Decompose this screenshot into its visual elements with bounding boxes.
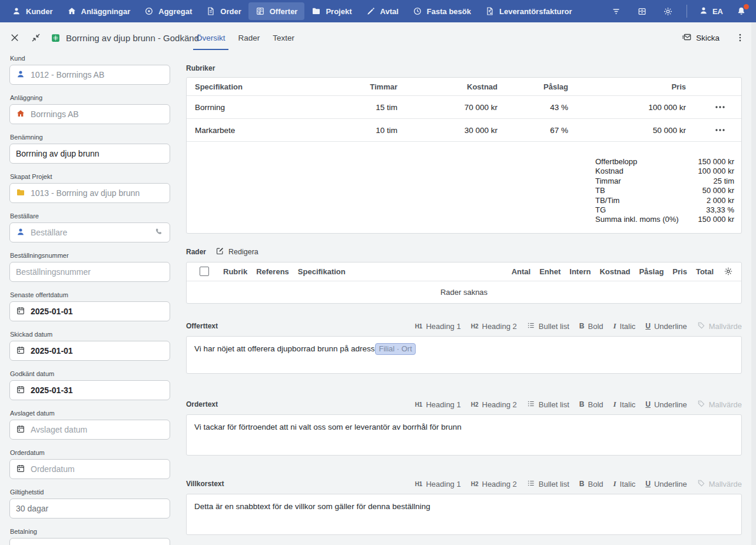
avslaget-datum-input[interactable]: Avslaget datum xyxy=(9,420,170,440)
rader-section-header: Rader Redigera xyxy=(186,247,742,257)
send-button[interactable]: Skicka xyxy=(678,29,723,46)
heading2-button[interactable]: H2Heading 2 xyxy=(471,322,517,331)
notifications-bell-icon[interactable] xyxy=(732,2,750,20)
tab-oversikt[interactable]: Översikt xyxy=(190,22,232,53)
person-icon xyxy=(16,69,25,81)
nav-item-offerter[interactable]: Offerter xyxy=(248,2,305,20)
italic-button[interactable]: IItalic xyxy=(614,321,636,331)
vertical-scrollbar[interactable] xyxy=(751,22,756,545)
benamning-input[interactable]: Borrning av djup brunn xyxy=(9,144,170,164)
rubriker-section-label: Rubriker xyxy=(186,64,742,72)
senaste-offertdatum-input[interactable]: 2025-01-01 xyxy=(9,301,170,321)
rader-section-label: Rader xyxy=(186,248,206,256)
bullet-list-button[interactable]: Bullet list xyxy=(527,479,569,489)
nav-item-label: Order xyxy=(220,7,241,16)
settings-gear-icon[interactable] xyxy=(658,2,678,20)
field-benamning: Benämning Borrning av djup brunn xyxy=(9,134,170,164)
column-settings-gear-icon[interactable] xyxy=(722,265,734,277)
title-bar: Borrning av djup brunn - Godkänd Översik… xyxy=(0,22,756,53)
godkant-datum-input[interactable]: 2025-01-31 xyxy=(9,380,170,400)
mallvarde-button[interactable]: Mallvärde xyxy=(697,400,742,410)
row-menu-icon[interactable] xyxy=(712,101,728,114)
rubriker-header-row: Specifikation Timmar Kostnad Påslag Pris xyxy=(187,78,741,96)
nav-item-order[interactable]: Order xyxy=(199,2,248,20)
more-menu-icon[interactable] xyxy=(732,30,748,45)
field-orderdatum: Orderdatum Orderdatum xyxy=(9,449,170,479)
nav-item-kunder[interactable]: Kunder xyxy=(5,2,60,20)
mallvarde-button[interactable]: Mallvärde xyxy=(697,321,742,331)
nav-item-anlaggningar[interactable]: Anläggningar xyxy=(60,2,138,20)
row-menu-icon[interactable] xyxy=(712,124,728,137)
field-skapat-projekt: Skapat Projekt 1013 - Borrning av djup b… xyxy=(9,173,170,203)
villkorstext-editor[interactable]: Detta är en snabbtext för de villkor som… xyxy=(186,494,742,535)
home-icon xyxy=(67,6,77,16)
table-row[interactable]: Markarbete 10 tim 30 000 kr 67 % 50 000 … xyxy=(187,119,741,142)
nav-item-projekt[interactable]: Projekt xyxy=(304,2,359,20)
nav-item-label: Aggregat xyxy=(158,7,192,16)
heading1-button[interactable]: H1Heading 1 xyxy=(415,400,461,409)
nav-item-avtal[interactable]: Avtal xyxy=(359,2,406,20)
tab-texter[interactable]: Texter xyxy=(266,22,301,53)
top-nav: Kunder Anläggningar Aggregat Order Offer… xyxy=(0,0,756,22)
bullet-list-button[interactable]: Bullet list xyxy=(527,400,569,410)
phone-icon[interactable] xyxy=(154,227,164,238)
italic-button[interactable]: IItalic xyxy=(614,400,636,409)
offerttext-editor[interactable]: Vi har nöjet att offerera djupborrad bru… xyxy=(186,336,742,374)
tab-rader[interactable]: Rader xyxy=(232,22,267,53)
giltighetstid-input[interactable]: 30 dagar xyxy=(9,499,170,519)
summary-line: Timmar25 tim xyxy=(595,177,734,186)
select-all-checkbox[interactable] xyxy=(200,267,209,276)
summary-line: TG33,33 % xyxy=(595,205,734,215)
editor-toolbar: H1Heading 1 H2Heading 2 Bullet list BBol… xyxy=(415,479,742,489)
table-row[interactable]: Borrning 15 tim 70 000 kr 43 % 100 000 k… xyxy=(187,96,741,119)
nav-item-label: Leverantörsfakturor xyxy=(499,7,572,16)
bold-button[interactable]: BBold xyxy=(579,400,604,409)
user-menu[interactable]: EA xyxy=(695,6,727,17)
filter-icon[interactable] xyxy=(606,2,626,20)
tag-icon xyxy=(697,321,705,331)
empty-rows-message: Rader saknas xyxy=(187,281,741,303)
underline-button[interactable]: UUnderline xyxy=(645,400,687,409)
tag-icon xyxy=(697,400,705,410)
collapse-icon[interactable] xyxy=(31,32,41,43)
italic-button[interactable]: IItalic xyxy=(614,479,636,488)
calendar-icon xyxy=(16,464,25,475)
nav-item-aggregat[interactable]: Aggregat xyxy=(137,2,199,20)
bold-button[interactable]: BBold xyxy=(579,480,604,488)
underline-button[interactable]: UUnderline xyxy=(645,480,687,488)
bullet-list-icon xyxy=(527,400,535,410)
heading2-button[interactable]: H2Heading 2 xyxy=(471,400,517,409)
heading1-button[interactable]: H1Heading 1 xyxy=(415,480,461,488)
nav-right: EA xyxy=(606,2,750,20)
bestallningsnummer-input[interactable]: Beställningsnummer xyxy=(9,262,170,282)
heading1-button[interactable]: H1Heading 1 xyxy=(415,322,461,331)
close-icon[interactable] xyxy=(9,32,20,43)
ordertext-editor[interactable]: Vi tackar för förtroendet att ni valt os… xyxy=(186,414,742,456)
field-bestallningsnummer: Beställningsnummer Beställningsnummer xyxy=(9,252,170,282)
nav-item-fasta-besok[interactable]: Fasta besök xyxy=(406,2,478,20)
nav-item-leverantorsfakturor[interactable]: Leverantörsfakturor xyxy=(478,2,579,20)
offer-summary: Offertbelopp150 000 kr Kostnad100 000 kr… xyxy=(595,142,734,233)
calendar-icon xyxy=(16,306,25,317)
bestallare-input[interactable]: Beställare xyxy=(9,222,170,242)
offerttext-label: Offerttext xyxy=(186,322,218,330)
betalning-input[interactable] xyxy=(9,538,170,545)
kund-input[interactable]: 1012 - Borrnings AB xyxy=(9,65,170,85)
clock-icon xyxy=(413,6,422,16)
anlaggning-input[interactable]: Borrnings AB xyxy=(9,104,170,124)
field-label: Kund xyxy=(10,55,170,62)
calendar-icon xyxy=(16,345,25,357)
underline-button[interactable]: UUnderline xyxy=(645,322,687,331)
bold-button[interactable]: BBold xyxy=(579,322,604,331)
template-value-chip[interactable]: Filial · Ort xyxy=(375,343,415,355)
heading2-button[interactable]: H2Heading 2 xyxy=(471,480,517,488)
skapat-projekt-input[interactable]: 1013 - Borrning av djup brunn xyxy=(9,183,170,203)
detail-tabs: Översikt Rader Texter xyxy=(190,22,301,53)
cashbox-icon[interactable] xyxy=(632,2,652,20)
summary-line: Summa inkl. moms (0%)150 000 kr xyxy=(595,215,734,224)
bullet-list-button[interactable]: Bullet list xyxy=(527,321,569,331)
mallvarde-button[interactable]: Mallvärde xyxy=(697,479,742,489)
edit-rows-button[interactable]: Redigera xyxy=(215,247,258,257)
orderdatum-input[interactable]: Orderdatum xyxy=(9,459,170,479)
skickad-datum-input[interactable]: 2025-01-01 xyxy=(9,341,170,361)
